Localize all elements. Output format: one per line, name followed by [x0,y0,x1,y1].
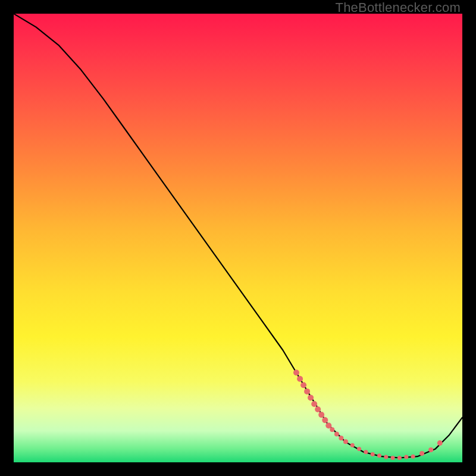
bottleneck-curve [14,14,462,458]
highlight-dot [404,455,408,459]
plot-area [14,14,462,462]
highlight-dot [391,456,395,460]
highlight-dot [325,422,331,428]
highlight-dot [411,455,415,459]
highlight-dot [437,440,443,446]
highlight-dot [322,417,328,423]
highlight-dot [318,412,324,418]
highlight-dot [428,447,433,452]
highlight-dots [293,369,443,460]
highlight-dot [308,394,314,400]
highlight-dot [293,369,299,375]
highlight-dot [315,406,321,412]
highlight-dot [297,376,303,382]
highlight-dot [304,389,310,394]
highlight-dot [384,455,388,459]
highlight-dot [419,451,424,456]
highlight-dot [357,447,361,451]
chart-svg [14,14,462,462]
highlight-dot [311,401,317,407]
highlight-dot [397,456,402,460]
highlight-dot [343,439,348,444]
highlight-dot [350,443,355,447]
highlight-dot [334,432,339,437]
highlight-dot [330,427,334,432]
highlight-dot [371,452,375,456]
highlight-dot [339,436,343,440]
highlight-dot [364,450,368,454]
chart-frame: TheBottlenecker.com [0,0,476,476]
highlight-dot [377,453,381,458]
highlight-dot [300,382,306,388]
